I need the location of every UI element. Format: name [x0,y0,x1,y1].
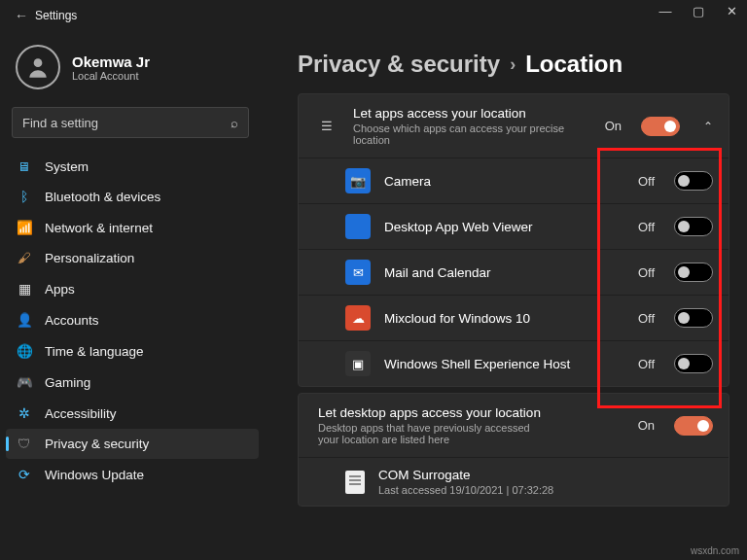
maximize-button[interactable]: ▢ [689,4,708,18]
desktop-app-sub: Last accessed 19/10/2021 | 07:32:28 [378,484,602,496]
close-button[interactable]: ✕ [722,4,741,18]
time-icon: 🌐 [16,343,33,359]
master-subtitle: Choose which apps can access your precis… [353,122,577,146]
app-title: Settings [35,9,77,22]
app-state-label: Off [638,311,655,326]
network-icon: 📶 [16,220,33,235]
sidebar-item-accounts[interactable]: 👤Accounts [6,304,259,335]
sidebar-item-label: System [45,159,89,174]
sidebar-item-label: Windows Update [45,468,144,482]
app-permission-row: ▣Windows Shell Experience HostOff [299,340,729,386]
app-toggle[interactable] [674,354,713,373]
main-panel: Privacy & security › Location ☰ Let apps… [265,31,747,507]
back-button[interactable]: ← [8,8,35,23]
chevron-right-icon: › [510,54,516,75]
user-name: Okemwa Jr [72,53,150,70]
app-permission-row: ✉Mail and CalendarOff [299,249,729,295]
personalization-icon: 🖌 [16,251,33,265]
watermark: wsxdn.com [691,545,739,556]
breadcrumb: Privacy & security › Location [298,51,729,78]
mail-icon: ✉ [345,260,371,285]
sidebar-item-system[interactable]: 🖥System [6,152,259,182]
accounts-icon: 👤 [16,312,33,328]
sidebar-item-accessibility[interactable]: ✲Accessibility [6,398,259,429]
sidebar-item-label: Gaming [45,375,90,390]
search-placeholder: Find a setting [22,116,98,130]
desktop-toggle-row[interactable]: Let desktop apps access your location De… [299,394,729,457]
app-name: Mixcloud for Windows 10 [384,311,624,326]
location-panel: ☰ Let apps access your location Choose w… [298,93,729,387]
sidebar-item-privacy-security[interactable]: 🛡Privacy & security [6,429,259,459]
sidebar-item-windows-update[interactable]: ⟳Windows Update [6,459,259,490]
title-bar: ← Settings ― ▢ ✕ [0,0,747,31]
bluetooth-icon: ᛒ [16,190,33,204]
accessibility-icon: ✲ [16,405,33,421]
app-state-label: Off [638,174,655,189]
app-toggle[interactable] [674,262,713,282]
sidebar-item-label: Privacy & security [45,437,149,451]
breadcrumb-current: Location [525,51,622,78]
desktop-toggle[interactable] [674,416,713,436]
chevron-up-icon[interactable]: ⌃ [703,120,713,133]
app-state-label: Off [638,357,655,371]
desktop-app-row: COM Surrogate Last accessed 19/10/2021 |… [299,457,729,506]
shell-host-icon: ▣ [345,351,371,376]
sidebar-item-label: Bluetooth & devices [45,190,160,204]
sidebar-item-label: Accounts [45,313,99,328]
search-icon: ⌕ [231,116,238,130]
search-input[interactable]: Find a setting ⌕ [12,107,249,138]
app-permission-row: 📷CameraOff [299,158,729,203]
master-state-label: On [605,119,622,133]
sidebar-item-network-internet[interactable]: 📶Network & internet [6,212,259,243]
app-state-label: Off [638,220,655,234]
sidebar-item-label: Apps [45,282,75,297]
apps-icon: ▦ [16,281,33,297]
app-permission-row: Desktop App Web ViewerOff [299,203,729,249]
master-toggle[interactable] [641,117,680,136]
sidebar-item-label: Network & internet [45,221,153,235]
account-type: Local Account [72,70,150,82]
desktop-app-name: COM Surrogate [378,468,713,482]
sidebar-item-gaming[interactable]: 🎮Gaming [6,367,259,398]
camera-app-icon: 📷 [345,168,371,193]
minimize-button[interactable]: ― [656,4,675,18]
app-name: Windows Shell Experience Host [384,357,624,371]
sidebar-item-label: Personalization [45,251,134,265]
system-icon: 🖥 [16,159,33,174]
desktop-subtitle: Desktop apps that have previously access… [318,422,542,445]
app-name: Mail and Calendar [384,265,624,280]
desktop-title: Let desktop apps access your location [318,405,624,420]
list-icon: ☰ [314,114,339,139]
sidebar-nav: 🖥SystemᛒBluetooth & devices📶Network & in… [0,152,265,490]
sidebar-item-time-language[interactable]: 🌐Time & language [6,335,259,367]
app-toggle[interactable] [674,171,713,191]
app-name: Desktop App Web Viewer [384,220,624,234]
app-permission-row: ☁Mixcloud for Windows 10Off [299,295,729,340]
update-icon: ⟳ [16,467,33,482]
web-viewer-icon [345,214,371,239]
privacy-icon: 🛡 [16,437,33,451]
gaming-icon: 🎮 [16,374,33,390]
profile-block[interactable]: Okemwa Jr Local Account [0,31,265,103]
app-state-label: Off [638,265,655,280]
master-title: Let apps access your location [353,106,591,121]
sidebar-item-personalization[interactable]: 🖌Personalization [6,243,259,273]
breadcrumb-parent[interactable]: Privacy & security [298,51,500,78]
sidebar-item-bluetooth-devices[interactable]: ᛒBluetooth & devices [6,182,259,212]
sidebar-item-label: Accessibility [45,406,117,421]
sidebar-item-apps[interactable]: ▦Apps [6,273,259,304]
app-toggle[interactable] [674,308,713,328]
app-toggle[interactable] [674,217,713,236]
file-icon [345,471,365,494]
app-name: Camera [384,174,624,189]
avatar [16,45,60,89]
desktop-apps-panel: Let desktop apps access your location De… [298,393,729,507]
svg-point-0 [34,58,43,67]
master-toggle-row[interactable]: ☰ Let apps access your location Choose w… [299,94,729,158]
sidebar-item-label: Time & language [45,344,144,359]
desktop-state-label: On [638,418,655,433]
mixcloud-icon: ☁ [345,305,371,331]
